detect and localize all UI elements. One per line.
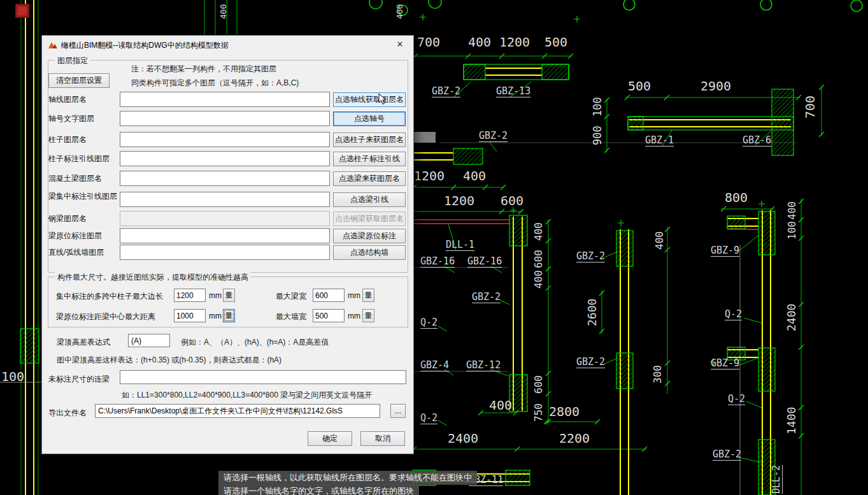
max-beam-width-input[interactable] [313, 289, 345, 302]
expression-hint-2: 图中梁顶高差这样表达：(h+0.35) 或(h-0.35)，则表达式都是：(hA… [57, 355, 281, 366]
link-beam-hint: 如：LL1=300*800,LL2=400*900,LL3=400*800 梁与… [122, 390, 372, 401]
pick-axis-layer-button[interactable]: 点选轴线获取图层名 [333, 92, 406, 107]
pick-axis-number-button[interactable]: 点选轴号 [333, 111, 406, 126]
steel-beam-layer-input [120, 211, 330, 226]
pick-beam-layer-button[interactable]: 点选梁来获图层名 [333, 171, 406, 186]
beam-leader-layer-input[interactable] [120, 192, 330, 207]
row-label: 轴号文字图层 [48, 114, 118, 123]
link-beam-label: 未标注尺寸的连梁 [48, 374, 110, 385]
row-label: 柱子图层名 [48, 135, 118, 144]
concrete-beam-layer-input[interactable] [120, 171, 330, 186]
dialog-bim-extract: 橄榄山BIM翻模--读取结构DWG中的结构模型数据 ✕ 图层指定 注：若不想翻某… [41, 35, 414, 454]
size-row-2: 梁原位标注距梁中心最大距离 mm 量 最大墙宽 mm 量 [42, 309, 413, 323]
measure-wall-button[interactable]: 量 [362, 309, 374, 322]
cancel-button[interactable]: 取消 [360, 431, 405, 446]
measure-insitu-button[interactable]: 量 [223, 309, 235, 322]
row-label: 钢梁图层名 [48, 214, 118, 223]
layer-row-axis: 轴线图层名 点选轴线获取图层名 [42, 92, 413, 107]
export-path-input[interactable] [95, 404, 380, 418]
expression-input[interactable] [128, 334, 170, 347]
dialog-titlebar[interactable]: 橄榄山BIM翻模--读取结构DWG中的结构模型数据 ✕ [42, 36, 413, 54]
layer-row-column-leader: 柱子标注引线图层 点选柱子标注引线 [42, 151, 413, 166]
pick-column-leader-button[interactable]: 点选柱子标注引线 [333, 152, 406, 166]
layer-row-wall: 直线/弧线墙图层 点选结构墙 [42, 245, 413, 260]
max-wall-width-input[interactable] [313, 309, 345, 322]
browse-button[interactable]: ... [390, 404, 406, 418]
field-label: 集中标注的多跨中柱子最大边长 [56, 291, 163, 302]
close-icon[interactable]: ✕ [387, 36, 413, 54]
row-label: 混凝土梁图层名 [48, 174, 118, 183]
row-label: 柱子标注引线图层 [48, 154, 118, 163]
layer-row-axis-text: 轴号文字图层 点选轴号 [42, 111, 413, 126]
layer-row-beam-leader: 梁集中标注引线图层 点选梁引线 [42, 192, 413, 207]
command-prompt-line-1: 请选择一根轴线，以此获取轴线所在图层名。要求轴线不能在图块中 [218, 471, 477, 485]
measure-beam-button[interactable]: 量 [362, 289, 374, 302]
unit-label: mm [209, 312, 222, 320]
pick-beam-leader-button[interactable]: 点选梁引线 [333, 192, 406, 207]
field-label: 梁原位标注距梁中心最大距离 [56, 312, 155, 322]
max-column-side-input[interactable] [174, 289, 206, 302]
layer-row-beam-insitu: 梁原位标注图层 点选梁原位标注 [42, 228, 413, 243]
column-layer-input[interactable] [120, 132, 330, 147]
app-icon[interactable] [15, 4, 29, 18]
row-label: 梁原位标注图层 [48, 231, 118, 240]
row-label: 轴线图层名 [48, 95, 118, 104]
layer-row-steel-beam: 钢梁图层名 点击钢梁获取图层名 [42, 211, 413, 226]
unit-label: mm [348, 291, 360, 300]
dialog-title: 橄榄山BIM翻模--读取结构DWG中的结构模型数据 [61, 40, 229, 51]
note-text: 同类构件可指定多个图层（逗号隔开，如：A,B,C) [131, 78, 299, 89]
layer-row-column: 柱子图层名 点选柱子来获图层名 [42, 132, 413, 147]
wall-layer-input[interactable] [120, 245, 330, 260]
column-leader-layer-input[interactable] [120, 151, 330, 166]
expression-label: 梁顶高差表达式 [57, 337, 110, 348]
note-text: 注：若不想翻某一列构件，不用指定其图层 [131, 64, 276, 75]
max-size-group-legend: 构件最大尺寸。越接近图纸实际，提取模型的准确性越高 [55, 272, 251, 283]
measure-column-button[interactable]: 量 [223, 289, 235, 302]
layer-group-legend: 图层指定 [55, 55, 90, 66]
axis-text-layer-input[interactable] [120, 111, 330, 126]
field-label: 最大墙宽 [276, 312, 306, 322]
clear-layers-button[interactable]: 清空图层设置 [48, 73, 110, 88]
pick-beam-insitu-button[interactable]: 点选梁原位标注 [333, 229, 406, 243]
row-label: 梁集中标注引线图层 [48, 192, 118, 201]
unit-label: mm [348, 312, 360, 320]
size-row-1: 集中标注的多跨中柱子最大边长 mm 量 最大梁宽 mm 量 [42, 289, 413, 303]
layer-row-concrete-beam: 混凝土梁图层名 点选梁来获图层名 [42, 171, 413, 186]
export-label: 导出文件名 [48, 408, 87, 419]
ok-button[interactable]: 确定 [308, 431, 352, 446]
beam-insitu-layer-input[interactable] [120, 228, 330, 243]
pick-steel-beam-button: 点击钢梁获取图层名 [333, 212, 406, 226]
expression-hint: 例如：A、（A）、(hA)、(h=A)：A是高差值 [181, 337, 329, 348]
olive-mountain-logo-icon [48, 40, 58, 49]
link-beam-input[interactable] [120, 370, 406, 384]
row-label: 直线/弧线墙图层 [48, 248, 118, 257]
axis-layer-input[interactable] [120, 92, 330, 107]
max-insitu-distance-input[interactable] [174, 309, 206, 322]
pick-column-layer-button[interactable]: 点选柱子来获图层名 [333, 133, 406, 147]
unit-label: mm [209, 291, 222, 300]
pick-wall-button[interactable]: 点选结构墙 [333, 245, 406, 260]
command-prompt-line-2: 请选择一个轴线名字的文字，或轴线名字所在的图块 [218, 484, 419, 495]
field-label: 最大梁宽 [276, 291, 306, 302]
